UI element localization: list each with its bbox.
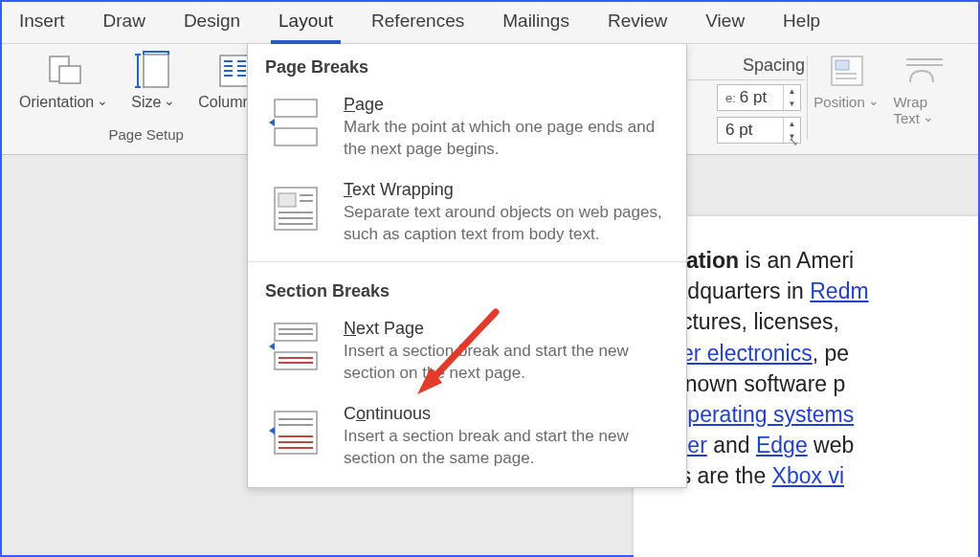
break-continuous-title: Continuous bbox=[344, 404, 671, 424]
text-wrapping-icon bbox=[265, 180, 326, 237]
break-page-title: Page bbox=[344, 95, 671, 115]
break-text-wrapping-desc: Separate text around objects on web page… bbox=[344, 202, 671, 246]
hyperlink[interactable]: Edge bbox=[756, 433, 808, 457]
spacing-before-input[interactable]: e:6 pt ▲▼ bbox=[717, 84, 801, 111]
tab-design[interactable]: Design bbox=[176, 2, 248, 44]
size-label: Size bbox=[131, 94, 175, 111]
position-button[interactable]: Position bbox=[815, 48, 879, 112]
group-arrange: Position Wrap Text bbox=[810, 48, 967, 153]
size-icon bbox=[134, 50, 172, 92]
break-text-wrapping-item[interactable]: Text Wrapping Separate text around objec… bbox=[248, 170, 686, 256]
hyperlink[interactable]: operating systems bbox=[676, 402, 855, 427]
svg-rect-2 bbox=[144, 55, 168, 87]
tab-draw[interactable]: Draw bbox=[96, 2, 153, 44]
size-button[interactable]: Size bbox=[123, 48, 183, 113]
break-next-page-item[interactable]: Next Page Insert a section break and sta… bbox=[248, 309, 686, 394]
page-breaks-heading: Page Breaks bbox=[248, 44, 686, 85]
svg-rect-31 bbox=[278, 193, 296, 207]
svg-rect-22 bbox=[835, 60, 849, 70]
hyperlink[interactable]: Redm bbox=[810, 278, 868, 303]
svg-marker-29 bbox=[269, 119, 275, 126]
hyperlink[interactable]: Xbox vi bbox=[772, 463, 844, 488]
break-page-desc: Mark the point at which one page ends an… bbox=[344, 117, 671, 161]
position-icon bbox=[828, 50, 866, 92]
tab-references[interactable]: References bbox=[364, 2, 472, 44]
wrap-text-button[interactable]: Wrap Text bbox=[887, 48, 961, 128]
doc-line: st known software p bbox=[651, 368, 974, 399]
page-break-icon bbox=[265, 95, 326, 152]
svg-rect-1 bbox=[59, 66, 80, 83]
tab-view[interactable]: View bbox=[698, 2, 752, 44]
doc-line: poration is an Ameri bbox=[651, 245, 974, 276]
break-next-page-desc: Insert a section break and start the new… bbox=[344, 341, 671, 385]
break-continuous-desc: Insert a section break and start the new… bbox=[344, 426, 671, 470]
dropdown-divider bbox=[248, 261, 686, 262]
page-setup-group-label: Page Setup bbox=[109, 126, 184, 143]
svg-rect-40 bbox=[275, 352, 317, 369]
orientation-button[interactable]: Orientation bbox=[13, 48, 114, 113]
svg-marker-43 bbox=[269, 343, 275, 350]
doc-line: headquarters in Redm bbox=[651, 276, 974, 306]
section-breaks-heading: Section Breaks bbox=[248, 268, 686, 309]
tab-mailings[interactable]: Mailings bbox=[495, 2, 577, 44]
svg-rect-37 bbox=[275, 323, 317, 341]
doc-line: of operating systems bbox=[651, 399, 974, 430]
tab-help[interactable]: Help bbox=[775, 2, 828, 44]
break-page-item[interactable]: Page Mark the point at which one page en… bbox=[248, 85, 686, 170]
continuous-break-icon bbox=[265, 404, 326, 461]
spacing-heading: Spacing bbox=[743, 56, 805, 76]
spacing-after-value: 6 pt bbox=[725, 121, 752, 140]
group-page-setup: Orientation Size bbox=[8, 48, 284, 153]
position-label: Position bbox=[813, 94, 879, 110]
orientation-icon bbox=[43, 50, 85, 92]
doc-line: umer electronics, pe bbox=[651, 338, 974, 368]
break-continuous-item[interactable]: Continuous Insert a section break and st… bbox=[248, 394, 686, 479]
svg-rect-27 bbox=[275, 100, 317, 117]
tab-layout[interactable]: Layout bbox=[271, 2, 341, 44]
spacing-before-prefix: e: bbox=[725, 91, 736, 105]
spinner-arrows[interactable]: ▲▼ bbox=[783, 85, 800, 110]
break-text-wrapping-title: Text Wrapping bbox=[344, 180, 671, 200]
group-separator bbox=[807, 56, 808, 140]
tab-review[interactable]: Review bbox=[600, 2, 675, 44]
doc-line: plorer and Edge web bbox=[651, 430, 974, 460]
break-next-page-title: Next Page bbox=[344, 319, 671, 339]
next-page-break-icon bbox=[265, 319, 326, 376]
paragraph-dialog-launcher[interactable]: ⤡ bbox=[789, 135, 798, 148]
breaks-dropdown: Page Breaks Page Mark the point at which… bbox=[247, 44, 687, 488]
tab-insert[interactable]: Insert bbox=[11, 2, 73, 44]
doc-line: ufactures, licenses, bbox=[651, 306, 974, 337]
spacing-before-value: 6 pt bbox=[740, 88, 767, 107]
wrap-text-label: Wrap Text bbox=[893, 94, 955, 126]
svg-rect-28 bbox=[275, 128, 317, 145]
ribbon-tabs: Insert Draw Design Layout References Mai… bbox=[2, 2, 978, 44]
doc-line: ucts are the Xbox vi bbox=[651, 460, 974, 491]
orientation-label: Orientation bbox=[19, 94, 108, 111]
wrap-text-icon bbox=[904, 50, 945, 92]
svg-marker-50 bbox=[269, 427, 275, 434]
